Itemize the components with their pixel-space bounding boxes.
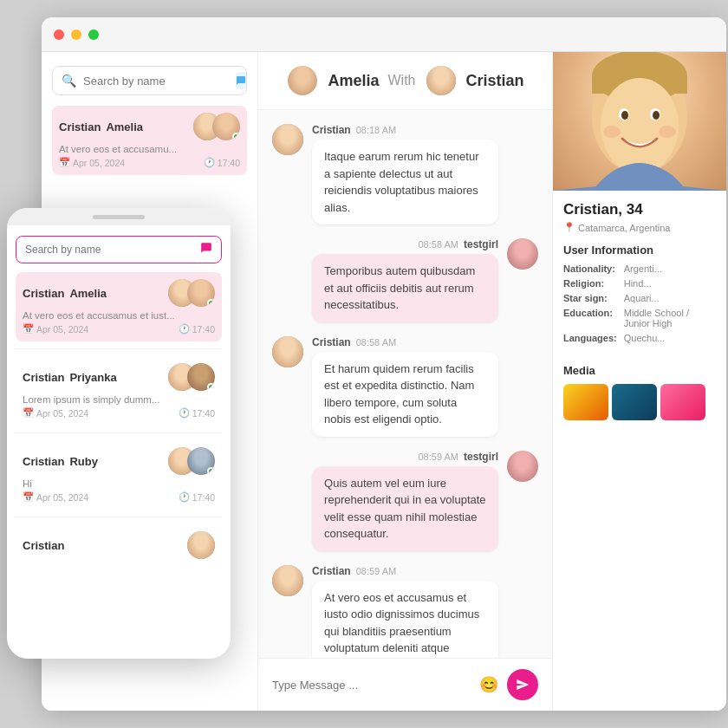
phone-avatar-priyanka: [187, 363, 215, 391]
message-list: Cristian 08:18 AM Itaque earum rerum hic…: [258, 110, 552, 658]
header-avatar-amelia: [286, 64, 319, 97]
clock-icon: 🕐: [204, 157, 215, 168]
chat-header: Amelia With Cristian: [258, 52, 552, 110]
message-time: 08:18 AM: [356, 125, 396, 135]
phone-avatar-ruby: [187, 447, 215, 475]
chat-area: Amelia With Cristian: [258, 52, 553, 711]
message-bubble: At vero eos et accusamus et iusto odio d…: [312, 581, 498, 659]
msg-avatar-testgirl: [507, 451, 538, 482]
chat-name-secondary: Amelia: [106, 120, 143, 133]
calendar-icon: 📅: [23, 491, 34, 503]
search-icon: 🔍: [62, 74, 76, 88]
maximize-dot[interactable]: [88, 29, 99, 40]
starsign-value: Aquari...: [624, 293, 716, 303]
message-sender: Cristian: [312, 336, 351, 348]
message-meta: Cristian 08:18 AM: [312, 124, 498, 136]
chat-item[interactable]: Cristian Amelia: [52, 106, 247, 175]
message-time: 08:59 AM: [356, 566, 396, 576]
msg-avatar-cristian: [272, 565, 303, 596]
phone-chat-item[interactable]: Cristian Amelia: [16, 272, 222, 341]
media-section: Media: [553, 364, 726, 431]
chat-name-primary: Cristian: [59, 120, 101, 133]
desktop: 🔍 Cristian Amelia: [0, 0, 728, 728]
phone-chat-item[interactable]: Cristian: [16, 524, 222, 569]
media-thumb-3[interactable]: [660, 384, 705, 420]
religion-value: Hind...: [624, 278, 716, 289]
languages-label: Languages:: [563, 333, 617, 343]
education-label: Education:: [563, 308, 617, 328]
online-indicator: [232, 133, 240, 140]
search-input[interactable]: [83, 75, 229, 88]
chat-date: Apr 05, 2024: [73, 158, 125, 168]
phone-chat-time: 17:40: [192, 492, 215, 503]
chat-preview: At vero eos et accusamu...: [59, 144, 240, 154]
avatar-amelia: [212, 113, 240, 140]
minimize-dot[interactable]: [71, 29, 81, 40]
msg-avatar-testgirl: [507, 238, 538, 270]
phone-chat-name1: Cristian: [23, 371, 64, 384]
phone-chat-name2: Ruby: [69, 455, 98, 468]
message-content: 08:59 AM testgirl Quis autem vel eum iur…: [312, 451, 498, 551]
message-row: Cristian 08:58 AM Et harum quidem rerum …: [272, 336, 538, 437]
svg-point-6: [621, 111, 628, 120]
phone-avatar-amelia: [187, 279, 215, 307]
message-row: 08:59 AM testgirl Quis autem vel eum iur…: [272, 451, 538, 551]
notch-bar: [93, 215, 145, 219]
message-content: Cristian 08:58 AM Et harum quidem rerum …: [312, 336, 498, 437]
emoji-button[interactable]: 😊: [479, 675, 498, 694]
profile-name: Cristian, 34: [563, 201, 716, 218]
profile-photo: [553, 52, 726, 191]
svg-point-7: [653, 111, 660, 120]
phone-chat-name2: Amelia: [69, 287, 107, 300]
phone-chat-preview: Lorem ipsum is simply dumm...: [23, 394, 215, 405]
calendar-icon: 📅: [23, 323, 34, 335]
clock-icon: 🕐: [179, 323, 190, 335]
chat-list: Cristian Amelia: [52, 106, 247, 175]
message-sender: testgirl: [464, 238, 498, 250]
message-bubble: Temporibus autem quibusdam et aut offici…: [312, 254, 498, 322]
search-box[interactable]: 🔍: [52, 66, 247, 95]
phone-chat-preview: At vero eos et accusamus et iust...: [23, 310, 215, 321]
phone-search-input[interactable]: [25, 244, 193, 256]
media-thumb-2[interactable]: [612, 384, 657, 420]
svg-point-3: [601, 78, 679, 173]
phone-chat-item[interactable]: Cristian Priyanka: [16, 356, 222, 426]
send-button[interactable]: [507, 669, 538, 700]
message-row: 08:58 AM testgirl Temporibus autem quibu…: [272, 238, 538, 322]
online-dot: [207, 467, 215, 475]
profile-location: 📍 Catamarca, Argentina: [563, 222, 716, 233]
phone-chat-time: 17:40: [192, 408, 215, 419]
location-text: Catamarca, Argentina: [578, 223, 670, 233]
phone-chat-item[interactable]: Cristian Ruby H: [16, 440, 222, 510]
phone-search-box[interactable]: [16, 236, 222, 263]
phone-chat-name1: Cristian: [23, 287, 64, 300]
user-info-title: User Information: [563, 244, 716, 257]
message-meta: 08:58 AM testgirl: [312, 238, 498, 250]
profile-info: Cristian, 34 📍 Catamarca, Argentina User…: [553, 191, 726, 364]
msg-avatar: [272, 124, 303, 155]
profile-panel: Cristian, 34 📍 Catamarca, Argentina User…: [553, 52, 726, 711]
media-thumb-1[interactable]: [563, 384, 608, 420]
online-dot: [207, 383, 215, 391]
media-title: Media: [563, 364, 716, 377]
close-dot[interactable]: [54, 29, 64, 40]
phone-chat-name1: Cristian: [23, 539, 64, 552]
phone-chat-name1: Cristian: [23, 455, 64, 468]
message-time: 08:58 AM: [356, 337, 396, 348]
message-bubble: Et harum quidem rerum facilis est et exp…: [312, 352, 498, 437]
chat-time: 17:40: [218, 158, 240, 168]
phone-chat-icon[interactable]: [200, 242, 212, 257]
phone-body: Cristian Amelia: [7, 225, 231, 580]
message-content: 08:58 AM testgirl Temporibus autem quibu…: [312, 238, 498, 322]
nationality-label: Nationality:: [563, 263, 617, 274]
phone-chat-meta: 📅 Apr 05, 2024 🕐 17:40: [23, 407, 215, 419]
message-input[interactable]: [272, 679, 471, 692]
chat-meta: 📅 Apr 05, 2024 🕐 17:40: [59, 157, 240, 168]
new-chat-icon[interactable]: [236, 72, 246, 89]
message-meta: Cristian 08:58 AM: [312, 336, 498, 348]
header-avatar-cristian: [425, 64, 458, 97]
education-value: Middle School / Junior High: [624, 308, 716, 328]
message-bubble: Itaque earum rerum hic tenetur a sapient…: [312, 140, 498, 224]
message-content: Cristian 08:59 AM At vero eos et accusam…: [312, 565, 498, 659]
phone-chat-date: Apr 05, 2024: [36, 492, 88, 503]
